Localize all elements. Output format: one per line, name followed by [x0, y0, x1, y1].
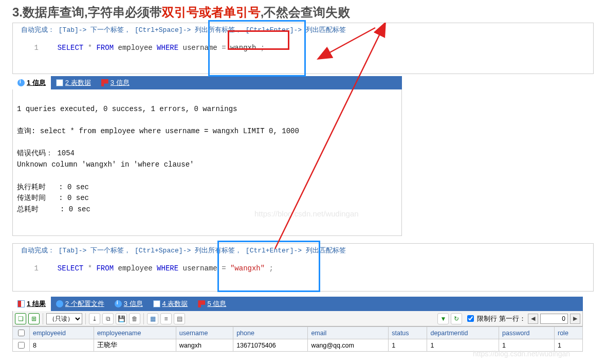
- col-password[interactable]: password: [499, 327, 555, 339]
- watermark-bottom: https://blog.csdn.net/wudingan: [473, 350, 606, 358]
- sql-line-1[interactable]: 1 SELECT * FROM employee WHERE username …: [15, 35, 593, 60]
- first-row-prev-button[interactable]: ◀: [528, 314, 538, 324]
- cell-employeeid[interactable]: 8: [30, 339, 94, 352]
- col-username[interactable]: username: [176, 327, 233, 339]
- limit-rows-checkbox[interactable]: [467, 315, 474, 322]
- autocomplete-hint-2: 自动完成： [Tab]-> 下一个标签， [Ctrl+Space]-> 列出所有…: [15, 245, 593, 256]
- col-employeeid[interactable]: employeeid: [30, 327, 94, 339]
- view-form-button[interactable]: ≡: [160, 313, 172, 324]
- readonly-select[interactable]: （只读）: [46, 313, 82, 324]
- flag-icon: [101, 79, 108, 86]
- sql-editor-2[interactable]: 自动完成： [Tab]-> 下一个标签， [Ctrl+Space]-> 列出所有…: [12, 243, 594, 292]
- output-tabs: 1 信息 2 表数据 3 信息: [12, 76, 402, 89]
- tab-result-1[interactable]: 1 结果: [12, 297, 51, 311]
- delete-button[interactable]: 🗑: [129, 313, 140, 324]
- col-email[interactable]: email: [308, 327, 389, 339]
- row-checkbox[interactable]: [13, 339, 30, 352]
- copy-button[interactable]: ⧉: [102, 313, 114, 324]
- view-grid-button[interactable]: ▦: [147, 313, 158, 324]
- cell-phone[interactable]: 13671075406: [233, 339, 308, 352]
- col-phone[interactable]: phone: [233, 327, 308, 339]
- header-checkbox[interactable]: [13, 327, 30, 339]
- cell-status[interactable]: 1: [389, 339, 427, 352]
- grid-icon: [56, 79, 63, 86]
- tab-profiles[interactable]: 2 个配置文件: [51, 297, 109, 311]
- flag-icon: [198, 300, 205, 307]
- tab-tabledata-2[interactable]: 4 表数据: [148, 297, 193, 311]
- watermark: https://blog.csdn.net/wudingan: [254, 208, 359, 220]
- tab-info-1[interactable]: 1 信息: [12, 76, 51, 89]
- cell-username[interactable]: wangxh: [176, 339, 233, 352]
- cell-employeename[interactable]: 王晓华: [94, 339, 176, 352]
- page-title: 3.数据库查询,字符串必须带双引号或者单引号,不然会查询失败: [0, 0, 606, 23]
- info-icon: [115, 300, 122, 307]
- autocomplete-hint: 自动完成： [Tab]-> 下一个标签， [Ctrl+Space]-> 列出所有…: [15, 24, 593, 35]
- col-status[interactable]: status: [389, 327, 427, 339]
- grid-icon: [153, 300, 160, 307]
- export-button[interactable]: ⤓: [89, 313, 100, 324]
- query-output: 1 queries executed, 0 success, 1 errors,…: [12, 89, 402, 236]
- filter-button[interactable]: ▼: [437, 313, 449, 324]
- first-row-input[interactable]: [540, 314, 568, 324]
- cell-email[interactable]: wang@qq.com: [308, 339, 389, 352]
- save-button[interactable]: 💾: [116, 313, 127, 324]
- results-tabs: 1 结果 2 个配置文件 3 信息 4 表数据 5 信息: [12, 297, 583, 311]
- view-text-button[interactable]: ▤: [174, 313, 185, 324]
- col-departmentid[interactable]: departmentid: [427, 327, 499, 339]
- table-header-row: employeeid employeename username phone e…: [13, 327, 583, 339]
- add-row-button[interactable]: ❏: [15, 313, 26, 324]
- results-toolbar: ❏ ⊞ （只读） ⤓ ⧉ 💾 🗑 ▦ ≡ ▤ ▼ ↻ 限制行 第一行： ◀ ▶: [12, 311, 583, 326]
- col-role[interactable]: role: [554, 327, 582, 339]
- profile-icon: [56, 300, 63, 307]
- sql-line-2[interactable]: 1 SELECT * FROM employee WHERE username …: [15, 256, 593, 281]
- limit-rows-label: 限制行 第一行：: [477, 314, 526, 323]
- tab-info-3[interactable]: 3 信息: [109, 297, 148, 311]
- tab-info-4[interactable]: 5 信息: [193, 297, 231, 311]
- tab-tabledata[interactable]: 2 表数据: [51, 76, 96, 89]
- tab-info-2[interactable]: 3 信息: [96, 76, 135, 89]
- info-icon: [17, 79, 25, 86]
- add-row-inline-button[interactable]: ⊞: [28, 313, 40, 324]
- sql-editor-1[interactable]: 自动完成： [Tab]-> 下一个标签， [Ctrl+Space]-> 列出所有…: [12, 23, 594, 74]
- col-employeename[interactable]: employeename: [94, 327, 176, 339]
- refresh-button[interactable]: ↻: [451, 313, 462, 324]
- grid-icon: [17, 300, 25, 307]
- results-table: employeeid employeename username phone e…: [12, 326, 583, 352]
- first-row-next-button[interactable]: ▶: [570, 314, 580, 324]
